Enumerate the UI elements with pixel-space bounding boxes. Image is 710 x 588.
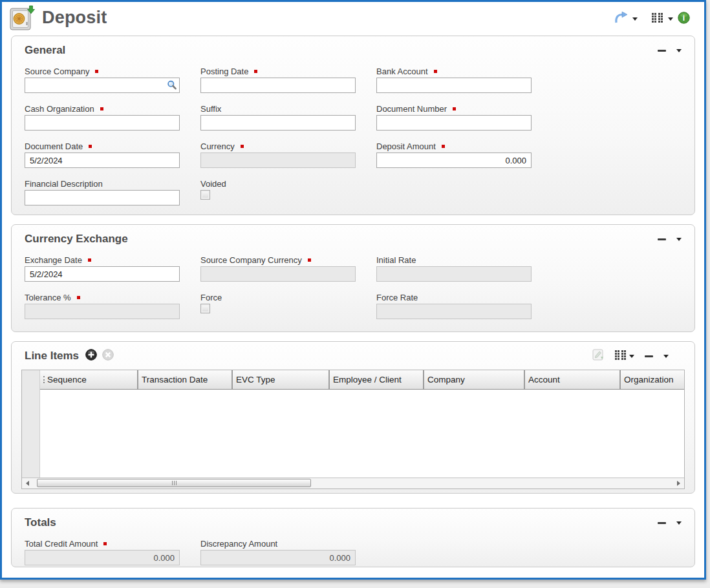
field-document-number: Document Number <box>376 103 532 131</box>
required-marker <box>434 70 437 73</box>
bank-account-input[interactable] <box>376 78 532 93</box>
initial-rate-label: Initial Rate <box>376 255 416 265</box>
financial-description-input[interactable] <box>25 190 180 205</box>
caret-down-icon[interactable] <box>629 355 634 358</box>
total-credit-amount-input <box>25 550 180 565</box>
posting-date-label: Posting Date <box>200 67 248 76</box>
scroll-right-arrow[interactable] <box>673 479 684 488</box>
tolerance-pct-label: Tolerance % <box>25 293 71 302</box>
row-selector-column <box>22 370 40 478</box>
line-items-grid: Sequence Transaction Date EVC Type Emplo… <box>21 370 685 489</box>
initial-rate-input <box>376 266 532 282</box>
column-header-company[interactable]: Company <box>423 370 524 389</box>
section-currency-exchange: Currency Exchange Exchange Date Source C… <box>11 224 695 332</box>
field-financial-description: Financial Description <box>25 178 180 205</box>
grid-header-row: Sequence Transaction Date EVC Type Emplo… <box>40 370 684 390</box>
cash-organization-label: Cash Organization <box>25 104 94 114</box>
line-items-section-title: Line Items <box>25 350 79 362</box>
collapse-minus-icon[interactable] <box>645 355 653 357</box>
add-icon[interactable] <box>85 349 97 363</box>
edit-grid-icon <box>592 348 605 364</box>
column-header-evc-type[interactable]: EVC Type <box>231 370 328 389</box>
document-date-input[interactable] <box>25 152 180 168</box>
scrollbar-track[interactable] <box>33 479 673 488</box>
field-currency: Currency <box>200 140 356 168</box>
field-force: Force <box>200 291 356 319</box>
general-section-title: General <box>25 44 65 57</box>
page-title: Deposit <box>42 8 107 28</box>
field-source-company: Source Company <box>25 65 180 93</box>
field-force-rate: Force Rate <box>376 291 532 319</box>
collapse-minus-icon[interactable] <box>658 50 666 52</box>
info-icon[interactable]: i <box>678 12 690 26</box>
caret-down-icon[interactable] <box>676 521 682 525</box>
column-header-sequence[interactable]: Sequence <box>40 370 137 389</box>
currency-exchange-section-title: Currency Exchange <box>25 233 128 246</box>
required-marker <box>88 258 91 262</box>
field-voided: Voided <box>200 178 356 205</box>
posting-date-input[interactable] <box>200 78 356 93</box>
caret-down-icon[interactable] <box>663 355 669 358</box>
deposit-window: Deposit <box>0 0 706 580</box>
tolerance-pct-input <box>25 304 180 319</box>
scrollbar-thumb[interactable] <box>37 479 311 487</box>
source-company-currency-input <box>200 266 356 282</box>
column-header-transaction-date[interactable]: Transaction Date <box>137 370 231 389</box>
force-checkbox[interactable] <box>200 304 210 313</box>
voided-label: Voided <box>200 179 226 189</box>
required-marker <box>103 542 107 545</box>
suffix-input[interactable] <box>200 115 356 131</box>
column-header-organization[interactable]: Organization <box>619 370 684 389</box>
scroll-left-arrow[interactable] <box>22 479 33 488</box>
required-marker <box>89 145 92 148</box>
cash-organization-input[interactable] <box>25 115 180 131</box>
required-marker <box>442 145 445 148</box>
columns-icon[interactable] <box>652 12 663 26</box>
required-marker <box>453 107 456 110</box>
force-rate-label: Force Rate <box>376 293 418 302</box>
column-drag-handle[interactable] <box>43 376 45 383</box>
collapse-minus-icon[interactable] <box>658 238 666 240</box>
deposit-amount-input[interactable] <box>376 152 532 168</box>
grid-body-empty <box>40 390 684 478</box>
financial-description-label: Financial Description <box>25 179 103 189</box>
exchange-date-label: Exchange Date <box>25 255 82 265</box>
remove-icon <box>102 349 114 363</box>
discrepancy-amount-label: Discrepancy Amount <box>200 539 277 549</box>
column-header-employee-client[interactable]: Employee / Client <box>328 370 423 389</box>
field-exchange-date: Exchange Date <box>25 254 180 282</box>
source-company-label: Source Company <box>25 67 89 76</box>
document-date-label: Document Date <box>25 142 83 151</box>
caret-down-icon[interactable] <box>676 49 682 52</box>
required-marker <box>77 296 80 299</box>
required-marker <box>95 70 98 73</box>
field-cash-organization: Cash Organization <box>25 103 180 131</box>
required-marker <box>241 145 244 148</box>
exchange-date-input[interactable] <box>25 266 180 282</box>
field-tolerance-pct: Tolerance % <box>25 291 180 319</box>
required-marker <box>308 258 311 262</box>
column-header-account[interactable]: Account <box>524 370 619 389</box>
caret-down-icon[interactable] <box>668 17 673 21</box>
search-icon[interactable] <box>167 80 177 93</box>
total-credit-amount-label: Total Credit Amount <box>25 539 98 549</box>
suffix-label: Suffix <box>200 104 221 114</box>
field-deposit-amount: Deposit Amount <box>376 140 532 168</box>
workflow-arrow-icon[interactable] <box>614 12 628 26</box>
caret-down-icon[interactable] <box>676 238 682 241</box>
field-total-credit-amount: Total Credit Amount <box>25 538 180 565</box>
document-number-input[interactable] <box>376 115 532 131</box>
bank-account-label: Bank Account <box>376 67 428 76</box>
document-number-label: Document Number <box>376 104 447 114</box>
caret-down-icon[interactable] <box>632 17 638 21</box>
field-document-date: Document Date <box>25 140 180 168</box>
columns-icon[interactable] <box>615 350 627 363</box>
horizontal-scrollbar[interactable] <box>22 478 684 488</box>
source-company-currency-label: Source Company Currency <box>200 255 302 265</box>
collapse-minus-icon[interactable] <box>658 522 666 524</box>
source-company-input[interactable] <box>25 78 180 93</box>
voided-checkbox[interactable] <box>200 190 210 200</box>
svg-text:i: i <box>683 14 685 23</box>
section-totals: Totals Total Credit Amount Discrepancy A… <box>11 508 695 567</box>
force-rate-input <box>376 304 532 319</box>
